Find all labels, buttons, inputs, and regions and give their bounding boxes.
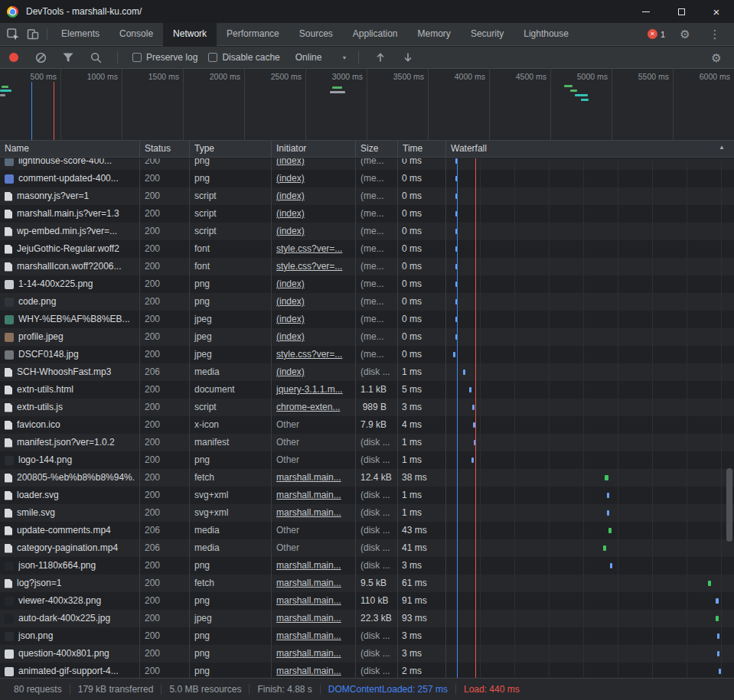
initiator-link[interactable]: style.css?ver=... (276, 261, 342, 272)
table-row[interactable]: animated-gif-support-4...200pngmarshall.… (0, 663, 734, 678)
network-settings-button[interactable]: ⚙ (706, 47, 726, 67)
tab-memory[interactable]: Memory (408, 23, 461, 46)
disable-cache-checkbox[interactable]: Disable cache (208, 52, 279, 63)
request-name: extn-utils.js (17, 399, 63, 416)
table-row[interactable]: SCH-WhooshFast.mp3206media(index)(disk .… (0, 363, 734, 381)
initiator-link[interactable]: chrome-exten... (276, 402, 340, 412)
table-row[interactable]: update-comments.mp4206mediaOther(disk ..… (0, 522, 734, 539)
table-row[interactable]: JejuGothic-Regular.woff2200fontstyle.css… (0, 240, 734, 258)
column-header-type[interactable]: Type (190, 141, 272, 157)
table-row[interactable]: WHY-%EB%AF%B8%EB...200jpeg(index)(me...0… (0, 311, 734, 328)
table-row[interactable]: marshall.main.js?ver=1.3200script(index)… (0, 205, 734, 223)
clear-button[interactable] (31, 47, 51, 67)
initiator-link[interactable]: (index) (276, 366, 305, 377)
table-row[interactable]: json.png200pngmarshall.main...(disk ...3… (0, 627, 734, 645)
table-row[interactable]: logo-144.png200pngOther(disk ...1 ms (0, 451, 734, 469)
initiator-link[interactable]: style.css?ver=... (276, 243, 342, 254)
initiator-link[interactable]: marshall.main... (276, 613, 341, 623)
table-row[interactable]: profile.jpeg200jpeg(index)(me...0 ms (0, 328, 734, 346)
inspect-element-button[interactable] (3, 24, 23, 44)
initiator-link[interactable]: (index) (276, 314, 305, 324)
table-row[interactable]: json-1180x664.png200pngmarshall.main...(… (0, 557, 734, 575)
initiator-link[interactable]: marshall.main... (276, 490, 341, 500)
initiator-link[interactable]: (index) (276, 158, 305, 166)
table-row[interactable]: 200805-%eb%b8%b8%94%...200fetchmarshall.… (0, 469, 734, 487)
initiator-link[interactable]: marshall.main... (276, 507, 341, 518)
scrollbar-thumb[interactable] (726, 468, 732, 542)
column-header-initiator[interactable]: Initiator (272, 141, 356, 157)
tab-lighthouse[interactable]: Lighthouse (514, 23, 579, 46)
record-button[interactable] (9, 53, 18, 62)
table-row[interactable]: question-400x801.png200pngmarshall.main.… (0, 645, 734, 663)
tab-application[interactable]: Application (343, 23, 408, 46)
table-row[interactable]: loader.svg200svg+xmlmarshall.main...(dis… (0, 487, 734, 504)
initiator-link[interactable]: (index) (276, 173, 305, 184)
table-row[interactable]: wp-embed.min.js?ver=...200script(index)(… (0, 223, 734, 240)
column-header-waterfall[interactable]: Waterfall (446, 141, 734, 157)
tab-performance[interactable]: Performance (217, 23, 289, 46)
search-button[interactable] (86, 47, 106, 67)
initiator-link[interactable]: style.css?ver=... (276, 349, 342, 360)
table-row[interactable]: log?json=1200fetchmarshall.main...9.5 kB… (0, 575, 734, 592)
table-row[interactable]: viewer-400x328.png200pngmarshall.main...… (0, 592, 734, 610)
table-row[interactable]: manifest.json?ver=1.0.2200manifestOther(… (0, 434, 734, 451)
initiator-link[interactable]: marshall.main... (276, 666, 341, 676)
tab-network[interactable]: Network (163, 23, 217, 46)
export-har-button[interactable] (398, 47, 418, 67)
initiator-link[interactable]: marshall.main... (276, 578, 341, 588)
time-cell: 0 ms (398, 293, 446, 311)
tab-security[interactable]: Security (461, 23, 514, 46)
initiator-link[interactable]: (index) (276, 278, 305, 289)
maximize-button[interactable] (664, 0, 699, 23)
table-row[interactable]: smile.svg200svg+xmlmarshall.main...(disk… (0, 504, 734, 522)
table-row[interactable]: category-pagination.mp4206mediaOther(dis… (0, 539, 734, 557)
devtools-logo-center (10, 9, 15, 15)
network-overview-timeline[interactable]: 500 ms1000 ms1500 ms2000 ms2500 ms3000 m… (0, 69, 734, 140)
tab-elements[interactable]: Elements (51, 23, 109, 46)
initiator-link[interactable]: (index) (276, 190, 305, 201)
table-row[interactable]: comment-updated-400...200png(index)(me..… (0, 170, 734, 187)
preserve-log-checkbox[interactable]: Preserve log (132, 52, 197, 63)
table-row[interactable]: extn-utils.html200documentjquery-3.1.1.m… (0, 381, 734, 399)
table-row[interactable]: favicon.ico200x-iconOther7.9 kB4 ms (0, 416, 734, 434)
close-button[interactable]: × (699, 0, 734, 23)
initiator-link[interactable]: (index) (276, 226, 305, 236)
initiator-link[interactable]: marshall.main... (276, 648, 341, 659)
tab-sources[interactable]: Sources (289, 23, 343, 46)
waterfall-cell (446, 205, 734, 223)
table-row[interactable]: auto-dark-400x225.jpg200jpegmarshall.mai… (0, 610, 734, 627)
device-toolbar-button[interactable] (23, 24, 43, 44)
initiator-link[interactable]: marshall.main... (276, 560, 341, 571)
filter-button[interactable] (58, 47, 78, 67)
error-badge[interactable]: × 1 (648, 29, 665, 39)
initiator-link[interactable]: (index) (276, 331, 305, 342)
table-row[interactable]: marshallIcon.woff?2006...200fontstyle.cs… (0, 258, 734, 275)
tab-console[interactable]: Console (109, 23, 163, 46)
initiator-link[interactable]: marshall.main... (276, 630, 341, 641)
column-header-size[interactable]: Size (356, 141, 398, 157)
waterfall-bar (455, 194, 458, 199)
column-header-status[interactable]: Status (140, 141, 190, 157)
more-menu-button[interactable]: ⋮ (705, 24, 725, 44)
settings-button[interactable]: ⚙ (675, 24, 695, 44)
size-cell: 22.3 kB (356, 610, 398, 627)
import-har-button[interactable] (370, 47, 390, 67)
request-name: marshall.main.js?ver=1.3 (17, 205, 119, 223)
table-row[interactable]: masonry.js?ver=1200script(index)(me...0 … (0, 187, 734, 205)
initiator-link[interactable]: jquery-3.1.1.m... (276, 384, 343, 395)
overview-activity-mark (570, 90, 577, 92)
column-header-time[interactable]: Time (398, 141, 446, 157)
initiator-link[interactable]: marshall.main... (276, 595, 341, 606)
initiator-cell: chrome-exten... (272, 399, 356, 416)
initiator-link[interactable]: (index) (276, 296, 305, 307)
throttling-select[interactable]: Online ▼ (295, 52, 347, 63)
table-row[interactable]: lighthouse-score-400...200png(index)(me.… (0, 158, 734, 170)
table-row[interactable]: code.png200png(index)(me...0 ms (0, 293, 734, 311)
initiator-link[interactable]: marshall.main... (276, 472, 341, 483)
initiator-link[interactable]: (index) (276, 208, 305, 219)
table-row[interactable]: extn-utils.js200scriptchrome-exten...989… (0, 399, 734, 416)
table-row[interactable]: 1-14-400x225.png200png(index)(me...0 ms (0, 275, 734, 293)
column-header-name[interactable]: Name (0, 141, 140, 157)
minimize-button[interactable] (628, 0, 664, 23)
table-row[interactable]: DSCF0148.jpg200jpegstyle.css?ver=...(me.… (0, 346, 734, 363)
